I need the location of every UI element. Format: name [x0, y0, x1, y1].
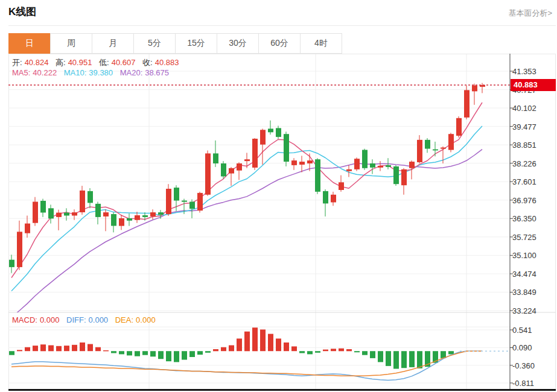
macd-bar	[127, 351, 132, 355]
candle	[401, 168, 407, 195]
candle	[33, 197, 38, 226]
candle	[456, 116, 462, 138]
macd-bar	[221, 347, 226, 352]
candle	[433, 142, 438, 156]
price-axis-label: 39.477	[512, 122, 555, 131]
macd-bar	[111, 351, 116, 353]
macd-bar	[166, 351, 171, 361]
dea-value: 0.000	[136, 315, 156, 324]
kline-widget: K线图 基本面分析> 日周月5分15分30分60分4时 开:40.824 高:4…	[0, 0, 557, 392]
tab-5分[interactable]: 5分	[133, 33, 176, 54]
ma5-value: 40.222	[33, 68, 57, 77]
candle	[252, 138, 258, 170]
macd-bar	[378, 351, 383, 362]
tab-60分[interactable]: 60分	[258, 33, 301, 54]
open-label: 开:	[12, 58, 22, 67]
candle	[315, 158, 320, 194]
tab-周[interactable]: 周	[50, 33, 92, 54]
tab-日[interactable]: 日	[8, 33, 51, 54]
tab-月[interactable]: 月	[92, 33, 134, 54]
candle	[213, 141, 218, 167]
price-axis-label: 37.601	[512, 177, 555, 186]
macd-bar	[119, 351, 124, 354]
ma20-value: 38.675	[145, 68, 169, 77]
macd-label: MACD:	[12, 315, 37, 324]
macd-bar	[244, 332, 250, 352]
tab-4时[interactable]: 4时	[300, 33, 342, 54]
candle	[237, 162, 242, 180]
candle	[362, 149, 368, 170]
macd-bar	[56, 346, 62, 352]
macd-bar	[448, 351, 454, 354]
tab-15分[interactable]: 15分	[175, 33, 217, 54]
diff-label: DIFF:	[66, 315, 86, 324]
ma5-label: MA5:	[12, 68, 30, 77]
candle	[80, 186, 85, 215]
price-axis-label: 34.474	[512, 270, 555, 279]
price-axis-label: 33.849	[512, 288, 555, 297]
macd-bar	[64, 346, 69, 351]
macd-bar	[339, 349, 344, 352]
candle	[25, 216, 30, 238]
macd-bar	[362, 351, 368, 355]
candle	[370, 159, 375, 174]
tab-30分[interactable]: 30分	[217, 33, 259, 54]
ma20-label: MA20:	[120, 68, 143, 77]
candle	[127, 213, 132, 226]
macd-bar	[40, 344, 46, 351]
candle	[393, 165, 399, 186]
macd-bar	[33, 346, 38, 351]
macd-bar	[80, 343, 85, 351]
price-axis-label: 38.851	[512, 141, 555, 150]
macd-bar	[401, 351, 407, 368]
macd-bar	[103, 350, 109, 352]
macd-bar	[17, 350, 22, 351]
last-price-badge: 40.883	[511, 79, 556, 91]
macd-bar	[315, 351, 320, 353]
candle	[229, 167, 234, 186]
candle	[260, 128, 266, 165]
candle	[464, 86, 469, 119]
macd-bar	[135, 351, 140, 356]
chart-bottom-border	[8, 389, 556, 391]
macd-axis-label: 0.541	[512, 326, 555, 335]
macd-bar	[276, 338, 281, 351]
macd-bar	[174, 351, 179, 362]
macd-bar	[386, 351, 391, 366]
ma10-value: 39.380	[89, 68, 113, 77]
candle	[166, 184, 171, 216]
macd-bar	[268, 334, 273, 352]
candle	[103, 209, 109, 231]
candle	[17, 221, 22, 270]
macd-bar	[252, 327, 258, 351]
macd-bar	[417, 351, 422, 368]
macd-bar	[88, 344, 93, 352]
price-axis-label: 38.226	[512, 159, 555, 168]
macd-bar	[182, 351, 187, 359]
macd-bar	[25, 347, 30, 352]
candle	[40, 199, 46, 217]
price-axis-label: 35.725	[512, 233, 555, 242]
macd-bar	[346, 349, 352, 351]
macd-bar	[291, 346, 297, 351]
macd-bar	[323, 350, 328, 352]
candle	[205, 151, 211, 196]
candle	[472, 84, 477, 105]
macd-bar	[205, 351, 211, 353]
macd-bar	[158, 351, 164, 359]
low-value: 40.607	[112, 58, 136, 67]
price-axis-label: 35.100	[512, 251, 555, 260]
ohlc-legend: 开:40.824 高:40.951 低:40.607 收:40.883	[12, 57, 183, 68]
macd-bar	[189, 351, 195, 357]
candle	[56, 210, 62, 230]
candle	[150, 209, 156, 220]
candle	[268, 121, 273, 135]
high-value: 40.951	[68, 58, 92, 67]
candle	[480, 83, 485, 93]
macd-bar	[354, 351, 360, 352]
macd-bar	[229, 346, 234, 352]
candle	[88, 188, 93, 208]
macd-bar	[393, 351, 399, 368]
candle	[331, 192, 336, 206]
macd-bar	[370, 351, 375, 358]
